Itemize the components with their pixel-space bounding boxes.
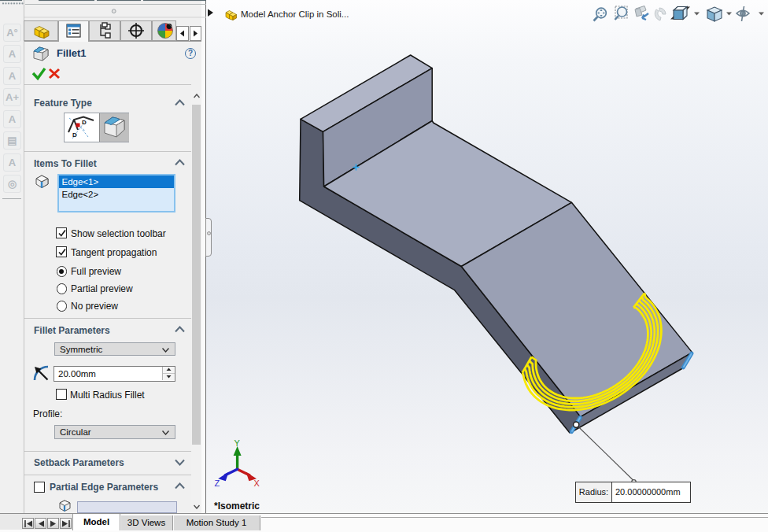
svg-text:D: D [72, 131, 77, 139]
svg-text:X: X [254, 478, 260, 488]
svg-text:Z: Z [215, 478, 220, 488]
svg-text:D: D [82, 119, 87, 126]
svg-text:Y: Y [234, 438, 241, 448]
